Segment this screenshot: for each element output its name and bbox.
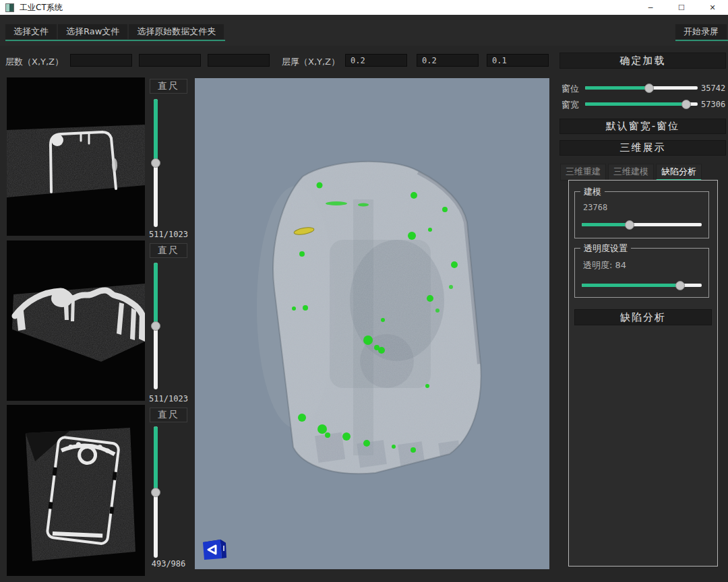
layers-label: 层数（X,Y,Z） (5, 56, 63, 68)
slider-thumb[interactable] (151, 158, 160, 168)
record-button-group: 开始录屏 (675, 24, 728, 41)
modeling-slider[interactable] (582, 223, 702, 226)
select-raw-button[interactable]: 选择Raw文件 (58, 24, 127, 39)
title-bar: 工业CT系统 ─ ☐ ✕ (0, 0, 728, 15)
thickness-x-input[interactable] (345, 54, 407, 67)
slider-thumb[interactable] (675, 281, 685, 290)
volume-render (195, 78, 549, 569)
minimize-button[interactable]: ─ (635, 0, 666, 15)
file-button-group: 选择文件 选择Raw文件 选择原始数据文件夹 (5, 24, 225, 41)
slice-slider-top[interactable] (154, 99, 158, 227)
slice-slider-bottom[interactable] (154, 426, 158, 558)
select-folder-button[interactable]: 选择原始数据文件夹 (129, 24, 224, 39)
display-3d-button[interactable]: 三维展示 (559, 140, 726, 156)
slider-thumb[interactable] (625, 220, 634, 230)
opacity-value: 透明度: 84 (583, 259, 626, 271)
thickness-z-input[interactable] (487, 54, 549, 67)
tab-3d-reconstruction[interactable]: 三维重建 (560, 164, 606, 181)
window-level-label: 窗位 (562, 83, 579, 95)
modeling-value: 23768 (583, 203, 607, 212)
window-width-slider[interactable] (585, 102, 698, 106)
defect-analysis-button[interactable]: 缺陷分析 (574, 309, 712, 325)
modeling-group-title: 建模 (580, 186, 605, 198)
app-icon (5, 3, 14, 12)
viewport-3d[interactable] (195, 78, 549, 569)
slice-position-middle: 511/1023 (146, 394, 191, 403)
ct-slice-middle (7, 240, 145, 401)
window-width-label: 窗宽 (562, 99, 579, 111)
thickness-label: 层厚（X,Y,Z） (282, 56, 340, 68)
ct-slice-bottom (7, 405, 145, 576)
defect-analysis-panel: 建模 23768 透明度设置 透明度: 84 缺陷分析 (568, 180, 718, 567)
select-file-button[interactable]: 选择文件 (5, 24, 57, 39)
slider-thumb[interactable] (151, 488, 160, 497)
window-level-value: 35742 (701, 84, 725, 93)
orientation-cube-logo (200, 534, 226, 560)
close-button[interactable]: ✕ (697, 0, 728, 15)
slider-thumb[interactable] (151, 321, 160, 331)
analysis-tabs: 三维重建 三维建模 缺陷分析 (560, 164, 702, 181)
default-ww-wl-button[interactable]: 默认窗宽-窗位 (559, 119, 726, 134)
ruler-button-middle[interactable]: 直尺 (150, 243, 187, 258)
opacity-group: 透明度设置 透明度: 84 (574, 248, 709, 298)
slice-position-top: 511/1023 (146, 230, 191, 239)
modeling-group: 建模 23768 (574, 191, 709, 238)
layers-y-input[interactable] (139, 54, 201, 67)
ruler-button-top[interactable]: 直尺 (150, 79, 187, 94)
window-width-value: 57306 (701, 100, 725, 109)
layers-z-input[interactable] (208, 54, 270, 67)
ruler-button-bottom[interactable]: 直尺 (150, 408, 187, 422)
opacity-group-title: 透明度设置 (580, 243, 631, 255)
tab-defect-analysis[interactable]: 缺陷分析 (656, 164, 702, 181)
tab-3d-modeling[interactable]: 三维建模 (608, 164, 654, 181)
maximize-button[interactable]: ☐ (666, 0, 697, 15)
window-controls: ─ ☐ ✕ (635, 0, 728, 15)
slider-thumb[interactable] (644, 84, 654, 93)
thickness-y-input[interactable] (417, 54, 479, 67)
opacity-slider[interactable] (582, 284, 702, 287)
ct-slice-top (7, 77, 145, 236)
slice-slider-middle[interactable] (154, 263, 158, 389)
app-window: 工业CT系统 ─ ☐ ✕ 选择文件 选择Raw文件 选择原始数据文件夹 开始录屏… (0, 0, 728, 582)
confirm-load-button[interactable]: 确定加载 (559, 53, 726, 69)
slice-position-bottom: 493/986 (146, 559, 191, 569)
toolbar: 选择文件 选择Raw文件 选择原始数据文件夹 开始录屏 (0, 15, 728, 46)
start-record-button[interactable]: 开始录屏 (675, 24, 727, 39)
window-title: 工业CT系统 (20, 2, 63, 13)
layers-x-input[interactable] (70, 54, 132, 67)
slider-thumb[interactable] (681, 100, 691, 109)
window-level-slider[interactable] (585, 86, 698, 90)
